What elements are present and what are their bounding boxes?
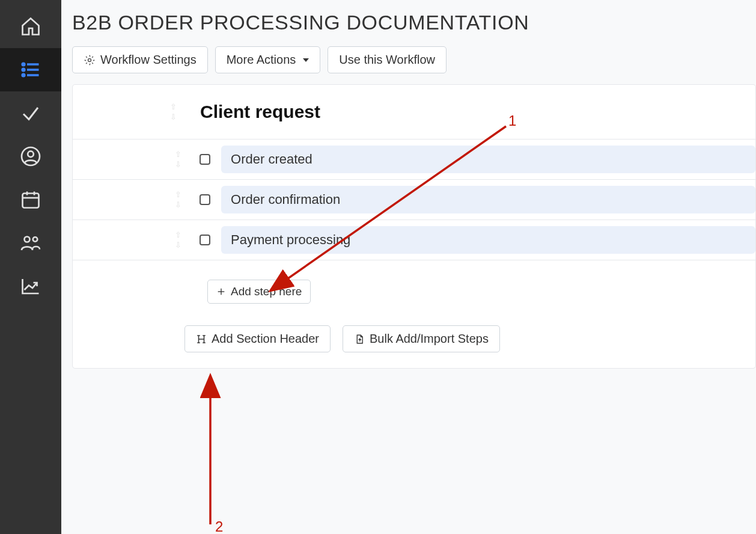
step-label[interactable]: Order created	[221, 146, 755, 173]
svg-point-15	[25, 237, 30, 242]
toolbar: Workflow Settings More Actions Use this …	[72, 46, 756, 73]
step-checkbox[interactable]	[200, 235, 210, 245]
sidebar-item-team[interactable]	[0, 221, 61, 265]
plus-icon	[216, 287, 226, 296]
svg-rect-8	[23, 194, 39, 208]
step-checkbox[interactable]	[200, 154, 210, 165]
workflow-settings-button[interactable]: Workflow Settings	[72, 46, 208, 73]
move-up-icon: ⇧	[170, 103, 187, 111]
sidebar-item-chart[interactable]	[0, 265, 61, 308]
main-content: B2B ORDER PROCESSING DOCUMENTATION Workf…	[61, 0, 756, 534]
caret-down-icon	[303, 58, 309, 62]
move-up-icon: ⇧	[175, 150, 191, 158]
workflow-settings-label: Workflow Settings	[100, 53, 197, 67]
svg-point-4	[22, 74, 25, 76]
add-step-row: Add step here	[73, 260, 755, 304]
step-label[interactable]: Payment processing	[221, 226, 755, 254]
sidebar-item-check[interactable]	[0, 91, 61, 135]
svg-point-17	[88, 58, 91, 61]
move-up-icon: ⇧	[175, 231, 191, 239]
add-section-header-button[interactable]: Add Section Header	[184, 325, 331, 352]
add-step-button[interactable]: Add step here	[207, 280, 311, 304]
sidebar-item-calendar[interactable]	[0, 178, 61, 221]
step-row: ⇧ ⇩ Order confirmation	[73, 179, 755, 219]
more-actions-button[interactable]: More Actions	[215, 46, 321, 73]
add-section-header-label: Add Section Header	[212, 332, 319, 346]
svg-point-16	[33, 237, 38, 242]
step-checkbox[interactable]	[200, 194, 210, 205]
bulk-import-button[interactable]: Bulk Add/Import Steps	[343, 325, 500, 352]
page-title: B2B ORDER PROCESSING DOCUMENTATION	[72, 11, 756, 34]
move-down-icon: ⇩	[175, 201, 191, 209]
user-circle-icon	[20, 146, 41, 167]
workflow-card: ⇧ ⇩ Client request ⇧ ⇩ Order created ⇧	[72, 84, 756, 369]
svg-point-2	[22, 69, 25, 71]
step-row: ⇧ ⇩ Payment processing	[73, 219, 755, 260]
list-icon	[20, 59, 41, 81]
more-actions-label: More Actions	[227, 53, 296, 67]
use-workflow-button[interactable]: Use this Workflow	[328, 46, 447, 73]
heading-icon	[196, 334, 207, 345]
step-label[interactable]: Order confirmation	[221, 186, 755, 213]
gear-icon	[84, 54, 96, 66]
move-down-icon: ⇩	[175, 161, 191, 168]
team-icon	[20, 232, 41, 254]
step-row: ⇧ ⇩ Order created	[73, 139, 755, 179]
move-up-icon: ⇧	[175, 191, 191, 198]
check-icon	[20, 102, 41, 124]
sidebar-item-list[interactable]	[0, 48, 61, 91]
move-down-icon: ⇩	[170, 113, 187, 121]
svg-point-0	[22, 63, 25, 66]
section-header: ⇧ ⇩ Client request	[73, 102, 755, 122]
home-icon	[20, 16, 41, 37]
move-down-icon: ⇩	[175, 241, 191, 249]
sidebar-item-home[interactable]	[0, 5, 61, 48]
section-title: Client request	[200, 102, 320, 122]
svg-point-7	[28, 151, 34, 157]
add-step-label: Add step here	[231, 285, 302, 298]
bottom-actions: Add Section Header Bulk Add/Import Steps	[73, 325, 755, 352]
use-workflow-label: Use this Workflow	[339, 53, 435, 67]
sidebar-item-user[interactable]	[0, 135, 61, 178]
bulk-import-label: Bulk Add/Import Steps	[370, 332, 489, 346]
calendar-icon	[20, 189, 41, 210]
chart-line-icon	[20, 275, 41, 297]
sidebar	[0, 0, 61, 534]
file-import-icon	[354, 334, 365, 345]
